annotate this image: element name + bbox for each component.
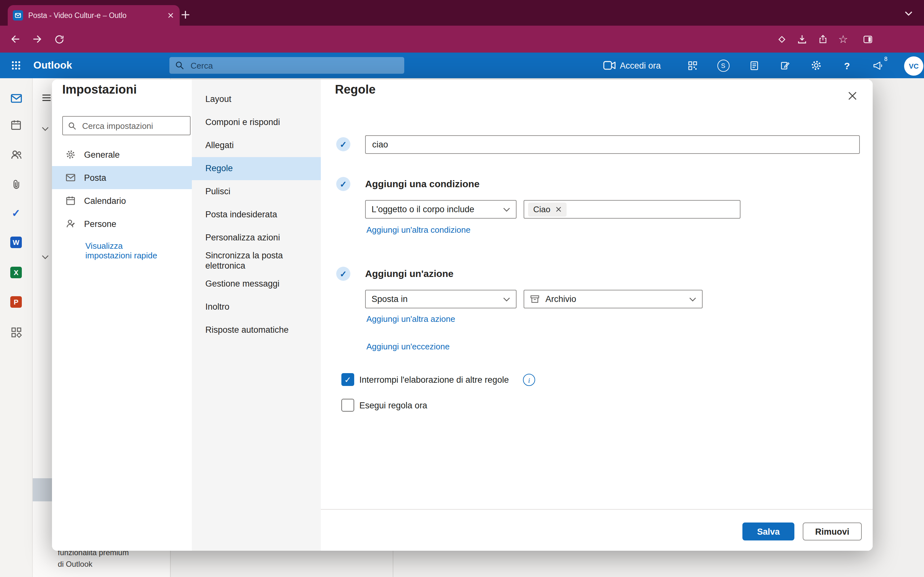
chevron-down-icon[interactable] [42, 255, 49, 259]
app-launcher-icon[interactable] [3, 53, 29, 78]
info-icon[interactable]: i [523, 374, 535, 386]
screen: Posta - Video Cultur-e – Outlo outlook.l… [0, 0, 924, 577]
immersive-reader-icon[interactable] [743, 53, 765, 78]
search-icon [68, 121, 76, 130]
category-componi[interactable]: Componi e rispondi [192, 111, 321, 134]
action-target-value: Archivio [545, 294, 684, 304]
app-rail: ✓ W X P [0, 78, 33, 577]
header-search-box[interactable] [170, 57, 404, 74]
outlook-wordmark[interactable]: Outlook [33, 53, 72, 78]
add-exception-link[interactable]: Aggiungi un'eccezione [367, 342, 449, 351]
condition-value-box[interactable]: Ciao [523, 200, 740, 219]
chevron-down-icon [689, 297, 696, 301]
download-icon[interactable] [792, 29, 812, 49]
browser-tab[interactable]: Posta - Video Cultur-e – Outlo [8, 5, 180, 26]
settings-gear-icon[interactable] [805, 53, 827, 78]
settings-item-label: Persone [84, 219, 116, 229]
category-inoltro[interactable]: Inoltro [192, 295, 321, 319]
condition-select[interactable]: L'oggetto o il corpo include [365, 200, 517, 219]
condition-valid-check-icon: ✓ [336, 177, 351, 191]
extension-icon[interactable] [772, 29, 791, 49]
tab-close-icon[interactable] [167, 12, 174, 19]
stop-processing-checkbox[interactable]: ✓ [341, 373, 354, 386]
gear-icon [65, 149, 76, 160]
bookmark-star-icon[interactable]: ☆ [834, 29, 853, 49]
category-regole[interactable]: Regole [192, 157, 321, 180]
close-icon[interactable] [845, 89, 859, 103]
premium-text-line: di Outlook [58, 560, 92, 569]
mail-icon[interactable] [9, 91, 23, 105]
rule-name-input[interactable] [365, 135, 860, 154]
notification-badge: 8 [884, 56, 887, 62]
run-now-checkbox[interactable] [341, 399, 354, 412]
qr-code-icon[interactable] [682, 53, 703, 78]
category-risposte-automatiche[interactable]: Risposte automatiche [192, 319, 321, 342]
forward-icon[interactable] [27, 29, 47, 49]
condition-heading: Aggiungi una condizione [365, 178, 480, 189]
category-posta-indesiderata[interactable]: Posta indesiderata [192, 203, 321, 226]
excel-icon[interactable]: X [9, 266, 23, 279]
action-select[interactable]: Sposta in [365, 290, 517, 308]
save-button[interactable]: Salva [742, 522, 795, 540]
account-avatar[interactable]: VC [904, 56, 923, 76]
pane-divider [393, 551, 393, 577]
stop-processing-label: Interrompi l'elaborazione di altre regol… [359, 375, 509, 385]
chevron-down-icon[interactable] [42, 126, 49, 131]
calendar-icon [65, 195, 76, 206]
rule-editor-panel: Regole ✓ ✓ Aggiungi una condizione L'ogg… [321, 79, 873, 551]
hamburger-icon[interactable] [41, 92, 52, 103]
settings-item-posta[interactable]: Posta [52, 166, 192, 189]
back-icon[interactable] [6, 29, 25, 49]
chevron-down-icon [503, 207, 510, 212]
powerpoint-icon[interactable]: P [9, 295, 23, 309]
run-now-label: Esegui regola ora [359, 401, 427, 410]
add-condition-link[interactable]: Aggiungi un'altra condizione [367, 225, 470, 235]
archive-icon [530, 294, 540, 304]
browser-tabstrip: Posta - Video Cultur-e – Outlo [0, 0, 924, 26]
category-sincronizza[interactable]: Sincronizza la posta elettronica [192, 250, 321, 272]
action-select-value: Sposta in [372, 294, 498, 304]
mail-categories-panel: Layout Componi e rispondi Allegati Regol… [192, 79, 321, 551]
share-icon[interactable] [813, 29, 832, 49]
help-icon[interactable]: ? [836, 53, 858, 78]
attachments-icon[interactable] [9, 177, 23, 191]
category-layout[interactable]: Layout [192, 88, 321, 111]
settings-title: Impostazioni [62, 83, 137, 97]
category-gestione-messaggi[interactable]: Gestione messaggi [192, 272, 321, 295]
calendar-icon[interactable] [9, 118, 23, 132]
rule-name-valid-check-icon: ✓ [336, 137, 351, 151]
notes-edit-icon[interactable] [774, 53, 796, 78]
reload-icon[interactable] [49, 29, 69, 49]
side-panel-icon[interactable] [858, 29, 877, 49]
header-search-input[interactable] [189, 60, 399, 71]
settings-search-box[interactable] [62, 116, 191, 135]
settings-search-input[interactable] [81, 120, 185, 131]
remove-button[interactable]: Rimuovi [803, 522, 862, 540]
settings-item-persone[interactable]: Persone [52, 212, 192, 235]
new-tab-button[interactable] [177, 6, 194, 23]
settings-dialog: Impostazioni Generale Po [52, 79, 873, 551]
people-icon[interactable] [9, 147, 23, 161]
tab-search-chevron-icon[interactable] [902, 8, 915, 19]
whats-new-megaphone-icon[interactable]: 8 [867, 53, 889, 78]
condition-select-value: L'oggetto o il corpo include [372, 205, 498, 214]
category-pulisci[interactable]: Pulisci [192, 180, 321, 203]
category-personalizza-azioni[interactable]: Personalizza azioni [192, 226, 321, 250]
dialog-footer: Salva Rimuovi [321, 509, 873, 551]
remove-pill-icon[interactable] [556, 206, 561, 212]
outlook-favicon-icon [13, 10, 23, 21]
category-allegati[interactable]: Allegati [192, 134, 321, 157]
action-valid-check-icon: ✓ [336, 267, 351, 281]
settings-item-calendario[interactable]: Calendario [52, 189, 192, 212]
quick-settings-link[interactable]: Visualizza impostazioni rapide [86, 241, 165, 260]
skype-icon[interactable]: S [712, 53, 734, 78]
word-icon[interactable]: W [9, 235, 23, 250]
add-action-link[interactable]: Aggiungi un'altra azione [367, 314, 455, 324]
action-target-select[interactable]: Archivio [523, 290, 703, 308]
todo-icon[interactable]: ✓ [9, 206, 23, 220]
meet-now-camera-icon[interactable] [599, 53, 620, 78]
more-apps-icon[interactable] [9, 325, 23, 339]
sign-in-now-link[interactable]: Accedi ora [620, 53, 661, 78]
condition-value-pill: Ciao [528, 202, 567, 216]
settings-item-generale[interactable]: Generale [52, 143, 192, 166]
